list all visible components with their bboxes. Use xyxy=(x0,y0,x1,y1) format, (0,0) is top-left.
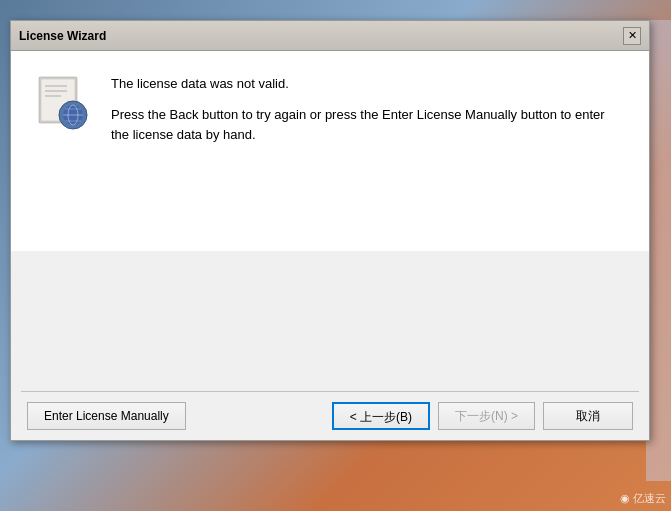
close-button[interactable]: ✕ xyxy=(623,27,641,45)
error-title: The license data was not valid. xyxy=(111,75,625,93)
cancel-button[interactable]: 取消 xyxy=(543,402,633,430)
next-button: 下一步(N) > xyxy=(438,402,535,430)
spacer-area xyxy=(11,251,649,391)
license-document-icon xyxy=(35,75,91,130)
dialog-title: License Wizard xyxy=(19,29,106,43)
back-button[interactable]: < 上一步(B) xyxy=(332,402,430,430)
enter-license-manually-button[interactable]: Enter License Manually xyxy=(27,402,186,430)
title-bar: License Wizard ✕ xyxy=(11,21,649,51)
message-area: The license data was not valid. Press th… xyxy=(111,75,625,144)
button-group-right: < 上一步(B) 下一步(N) > 取消 xyxy=(332,402,633,430)
button-group-left: Enter License Manually xyxy=(27,402,186,430)
license-icon-area xyxy=(35,75,95,135)
button-bar: Enter License Manually < 上一步(B) 下一步(N) >… xyxy=(11,392,649,440)
content-area: The license data was not valid. Press th… xyxy=(11,51,649,251)
license-wizard-dialog: License Wizard ✕ xyxy=(10,20,650,441)
error-body: Press the Back button to try again or pr… xyxy=(111,105,625,144)
svg-rect-4 xyxy=(45,95,61,97)
svg-rect-2 xyxy=(45,85,67,87)
watermark-text: ◉ 亿速云 xyxy=(620,491,666,506)
svg-rect-3 xyxy=(45,90,67,92)
